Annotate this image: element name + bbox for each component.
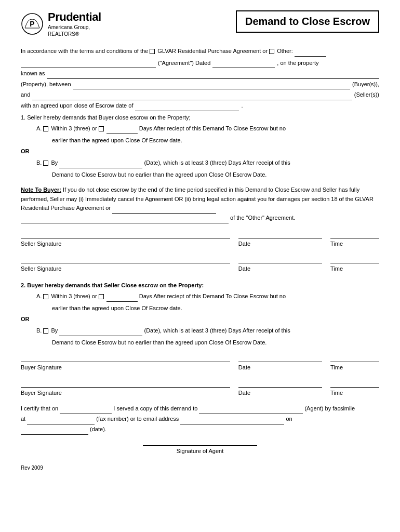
option-b-label: B.	[36, 159, 42, 166]
buyer-time-label-2: Time	[330, 389, 379, 398]
property-label: (Property), between	[21, 80, 71, 89]
and-label: and	[21, 90, 30, 100]
buyer-label: (Buyer(s)),	[352, 80, 379, 89]
agent-sig-block: Signature of Agent	[143, 445, 257, 456]
buyer-option-a-label: A.	[36, 293, 42, 299]
note-agreement-field[interactable]	[112, 204, 216, 214]
option-a-text: Within 3 (three) or	[51, 125, 97, 131]
option-a-label: A.	[36, 125, 42, 131]
buyer-option-b-text: By	[51, 327, 58, 334]
by-date-field-buyer[interactable]	[59, 326, 142, 336]
option-b-row2: Demand to Close Escrow but no earlier th…	[52, 170, 379, 180]
dated-field[interactable]	[212, 59, 275, 69]
seller-date-line-1	[238, 238, 322, 238]
buyer-option-a-row2: earlier than the agreed upon Close Of Es…	[52, 304, 379, 313]
seller-field[interactable]	[32, 90, 352, 100]
prudential-logo-icon: P	[21, 12, 44, 35]
buyer-option-a-text2: Within 3 (three) or	[51, 293, 97, 299]
note-section: Note To Buyer: If you do not close escro…	[21, 185, 379, 223]
seller-sig-line-2	[21, 263, 230, 263]
known-as-field[interactable]	[47, 69, 379, 79]
seller-time-line-2	[330, 263, 379, 263]
buyer-time-line-2	[330, 387, 379, 388]
cert-line1-end: (Agent) by facsimile	[304, 405, 355, 411]
buyer-sig-label-1: Buyer Signature	[21, 363, 230, 373]
option-a-text2: Days After reciept of this Demand To Clo…	[139, 125, 286, 131]
buyer-option-b-row: B. By (Date), which is at least 3 (three…	[36, 326, 379, 336]
other-label: Other:	[277, 48, 293, 54]
escrow-date-field[interactable]	[135, 101, 239, 111]
buyer-option-a-text3: Days After reciept of this Demand To Clo…	[139, 293, 286, 299]
buyer-option-b-text2: (Date), which is at least 3 (three) Days…	[144, 327, 290, 334]
seller-sig-line-1	[21, 238, 230, 238]
buyer-date-line-1	[238, 362, 322, 362]
days-field-seller[interactable]	[106, 124, 138, 134]
seller-date-label-1: Date	[238, 240, 322, 249]
document-body: In accordance with the terms and conditi…	[21, 47, 379, 472]
logo-section: P Prudential Americana Group, REALTORS®	[21, 10, 101, 37]
svg-text:P: P	[30, 20, 34, 28]
seller-sig-label-2: Seller Signature	[21, 264, 230, 274]
buyer-time-line-1	[330, 362, 379, 362]
checkbox-by-buyer[interactable]	[43, 328, 48, 334]
cert-agent-field[interactable]	[199, 404, 303, 414]
option-b-text2: (Date), which is at least 3 (three) Days…	[144, 159, 290, 166]
seller-sig-labels-1: Seller Signature Date Time	[21, 240, 379, 249]
note-title: Note To Buyer:	[21, 187, 61, 193]
intro-paragraph: In accordance with the terms and conditi…	[21, 47, 379, 57]
checkbox-by-seller[interactable]	[43, 161, 48, 166]
cert-line3: (date).	[21, 424, 379, 435]
brand-name: Prudential	[48, 10, 101, 24]
buyer-signature-section-2: Buyer Signature Date Time	[21, 387, 379, 398]
checkbox-days-buyer[interactable]	[99, 294, 104, 299]
demand1-text: 1. Seller hereby demands that Buyer clos…	[21, 114, 191, 121]
seller-time-label-2: Time	[330, 264, 379, 274]
checkbox-other[interactable]	[269, 49, 274, 54]
brand-subtitle-line1: Americana Group,	[48, 24, 101, 31]
section1-demand: 1. Seller hereby demands that Buyer clos…	[21, 113, 379, 123]
seller-signature-section-2: Seller Signature Date Time	[21, 263, 379, 274]
agreement-field[interactable]	[21, 59, 156, 69]
buyer-sig-labels-1: Buyer Signature Date Time	[21, 363, 379, 373]
seller-sig-row-1	[21, 238, 379, 238]
days-field-buyer[interactable]	[106, 292, 138, 302]
by-date-field-seller[interactable]	[59, 158, 142, 168]
and-seller-line: and (Seller(s))	[21, 90, 379, 100]
other-field[interactable]	[295, 47, 326, 57]
known-as-line: known as	[21, 69, 379, 79]
cert-email-field[interactable]	[180, 414, 284, 424]
option-b-text3: Demand to Close Escrow but no earlier th…	[52, 171, 266, 178]
cert-fax-field[interactable]	[27, 414, 95, 424]
checkbox-days-seller[interactable]	[99, 126, 104, 131]
between-field[interactable]	[73, 80, 350, 90]
seller-sig-row-2	[21, 263, 379, 263]
buyer-sig-row-1	[21, 362, 379, 362]
section2-title: 2. Buyer hereby demands that Seller Clos…	[21, 281, 379, 290]
intro-text: In accordance with the terms and conditi…	[21, 48, 148, 54]
cert-line1: I certify that on I served a copy of thi…	[21, 404, 379, 414]
checkbox-glvar[interactable]	[150, 49, 155, 54]
buyer-signature-section-1: Buyer Signature Date Time	[21, 362, 379, 373]
agent-sig-label: Signature of Agent	[143, 447, 257, 456]
buyer-date-label-1: Date	[238, 363, 322, 373]
cert-on-date-field[interactable]	[21, 424, 88, 435]
cert-date-field[interactable]	[60, 404, 112, 414]
certification-section: I certify that on I served a copy of thi…	[21, 404, 379, 434]
cert-line1-start: I certify that on	[21, 405, 58, 411]
buyer-sig-labels-2: Buyer Signature Date Time	[21, 389, 379, 398]
seller-date-label-2: Date	[238, 264, 322, 274]
logo-text: Prudential Americana Group, REALTORS®	[48, 10, 101, 37]
note-agreement-field2[interactable]	[21, 214, 229, 223]
property-between-line: (Property), between (Buyer(s)),	[21, 80, 379, 90]
checkbox-within3-buyer[interactable]	[43, 294, 48, 299]
or-label-buyer: OR	[21, 315, 379, 324]
buyer-option-b-row2: Demand to Close Escrow but no earlier th…	[52, 338, 379, 348]
escrow-date-line: with an agreed upon close of Escrow date…	[21, 101, 379, 111]
cert-line2-start: at	[21, 416, 25, 422]
brand-subtitle-line2: REALTORS®	[48, 31, 101, 37]
option-a-text3: earlier than the agreed upon Close Of Es…	[52, 137, 182, 143]
agreement-dated-label: ("Agreement") Dated	[158, 59, 210, 68]
seller-date-line-2	[238, 263, 322, 263]
checkbox-within3-seller[interactable]	[43, 126, 48, 131]
document-header: P Prudential Americana Group, REALTORS® …	[21, 10, 379, 37]
